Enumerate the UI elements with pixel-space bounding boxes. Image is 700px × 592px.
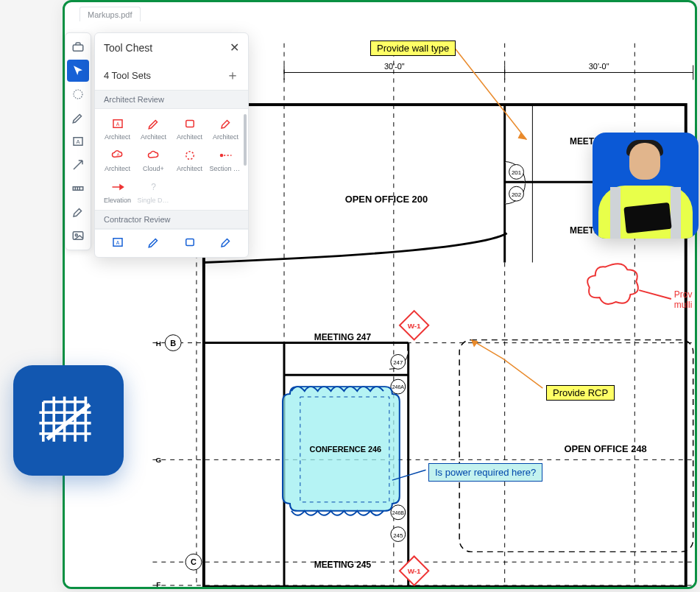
footer-textbox-icon[interactable]: A (109, 236, 127, 251)
tool-chest-title: Tool Chest (104, 42, 152, 54)
svg-text:246B: 246B (392, 510, 405, 515)
tool-architect-hl[interactable]: Architect (208, 115, 244, 142)
callout-wall-type[interactable]: Provide wall type (370, 40, 456, 56)
avatar (593, 133, 699, 239)
text-box-icon[interactable]: A (67, 130, 89, 152)
tool-architect-textcloud[interactable]: A Architect (99, 147, 135, 174)
tool-elevation[interactable]: Elevation (99, 178, 135, 205)
svg-text:G: G (155, 456, 161, 464)
svg-text:W-1: W-1 (408, 322, 421, 330)
tool-architect-textbox[interactable]: A Architect (99, 115, 135, 142)
svg-point-66 (75, 234, 77, 236)
svg-text:F: F (156, 580, 160, 587)
panel-scrollbar[interactable] (244, 114, 247, 166)
document-tab-label: Markups.pdf (88, 10, 132, 19)
svg-marker-75 (120, 185, 124, 189)
svg-text:A: A (76, 138, 79, 145)
svg-text:MEETING  247: MEETING 247 (314, 332, 372, 342)
svg-rect-65 (73, 232, 83, 240)
arrow-icon[interactable] (67, 154, 89, 176)
svg-text:CONFERENCE  246: CONFERENCE 246 (310, 445, 382, 454)
svg-text:MEETING  245: MEETING 245 (314, 560, 372, 570)
section-contractor[interactable]: Contractor Review (95, 210, 248, 229)
tool-section-detail[interactable]: Section D... (208, 147, 244, 174)
svg-text:C: C (191, 557, 197, 566)
highlighter-icon[interactable] (67, 201, 89, 223)
svg-text:201: 201 (512, 169, 522, 176)
tool-single-door[interactable]: ? Single Do... (135, 178, 172, 205)
svg-text:W-1: W-1 (408, 567, 421, 575)
svg-line-56 (452, 45, 526, 140)
tool-architect-rect[interactable]: Architect (172, 115, 208, 142)
svg-text:OPEN OFFICE  248: OPEN OFFICE 248 (564, 443, 646, 454)
svg-text:30'-0": 30'-0" (589, 62, 609, 71)
tool-architect-circle[interactable]: Architect (172, 147, 208, 174)
footer-rect-icon[interactable] (181, 236, 199, 251)
svg-rect-69 (185, 121, 194, 127)
svg-rect-78 (185, 239, 194, 246)
svg-point-73 (220, 155, 222, 157)
toolbox-icon[interactable] (67, 36, 89, 58)
svg-text:OPEN OFFICE  200: OPEN OFFICE 200 (345, 194, 428, 205)
svg-text:246A: 246A (392, 384, 405, 390)
svg-text:A: A (116, 152, 119, 157)
callout-mullion: Prov (674, 289, 693, 300)
callout-power[interactable]: Is power required here? (428, 463, 542, 482)
svg-text:A: A (116, 240, 119, 245)
add-icon[interactable]: ＋ (226, 66, 239, 84)
footer-hl-icon[interactable] (217, 236, 235, 251)
lasso-icon[interactable] (67, 83, 89, 105)
cursor-icon[interactable] (67, 60, 89, 82)
callout-mullion-2: mulli (674, 300, 692, 310)
footer-pen-icon[interactable] (145, 236, 163, 251)
tool-chest-panel: Tool Chest ✕ 4 Tool Sets ＋ Architect Rev… (94, 32, 249, 258)
grid-icon (35, 387, 102, 454)
callout-rcp[interactable]: Provide RCP (546, 385, 615, 401)
pen-icon[interactable] (67, 107, 89, 129)
svg-text:247: 247 (393, 359, 403, 366)
svg-text:A: A (116, 121, 119, 127)
svg-text:B: B (170, 339, 176, 348)
svg-text:245: 245 (393, 532, 403, 539)
svg-line-33 (639, 290, 671, 299)
tool-grid: A Architect Architect Architect Architec… (95, 109, 248, 210)
tool-cloud-plus[interactable]: Cloud+ (135, 147, 172, 174)
tool-architect-pen[interactable]: Architect (135, 115, 172, 142)
vertical-toolbar: A (65, 32, 91, 250)
svg-text:H: H (156, 339, 161, 348)
svg-text:30'-0": 30'-0" (384, 62, 405, 71)
document-tab[interactable]: Markups.pdf (79, 7, 141, 22)
svg-rect-60 (73, 45, 83, 51)
svg-text:202: 202 (512, 191, 521, 198)
close-icon[interactable]: ✕ (230, 40, 239, 54)
section-architect[interactable]: Architect Review (95, 90, 248, 109)
svg-point-61 (74, 90, 82, 99)
app-badge (13, 365, 124, 476)
panel-footer: A (95, 229, 248, 257)
image-icon[interactable] (67, 225, 89, 247)
tool-sets-label: 4 Tool Sets (104, 70, 151, 81)
ruler-icon[interactable] (67, 177, 89, 200)
svg-point-71 (185, 152, 194, 160)
